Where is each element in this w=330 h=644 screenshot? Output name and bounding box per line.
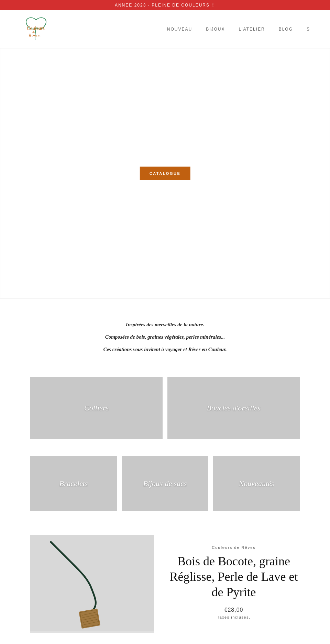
product-section: Couleurs de Rêves Bois de Bocote, graine… [0, 528, 330, 644]
intro-line-3: Ces créations vous invitent à voyager et… [34, 344, 296, 354]
category-boucles-label: Boucles d'oreilles [207, 404, 260, 413]
category-boucles[interactable]: Boucles d'oreilles [167, 377, 300, 439]
category-grid-top: Colliers Boucles d'oreilles [0, 374, 330, 456]
svg-text:Couleurs: Couleurs [27, 25, 45, 31]
svg-text:Rêves: Rêves [29, 33, 41, 38]
product-title: Bois de Bocote, graine Réglisse, Perle d… [168, 554, 300, 600]
catalogue-button[interactable]: CATALOGUE [140, 167, 190, 180]
logo[interactable]: Couleurs de Rêves [21, 14, 52, 45]
nav-blog[interactable]: BLOG [279, 27, 293, 32]
hero-section: CATALOGUE [0, 48, 330, 299]
nav-nouveau[interactable]: NOUVEAU [167, 27, 192, 32]
category-nouveautes-label: Nouveautés [239, 479, 274, 488]
product-tax: Taxes incluses. [168, 615, 300, 619]
intro-section: Inspirées des merveilles de la nature. C… [0, 299, 330, 374]
category-colliers[interactable]: Colliers [30, 377, 163, 439]
nav-bijoux[interactable]: BIJOUX [206, 27, 225, 32]
nav-search[interactable]: S [307, 27, 309, 32]
category-bracelets-label: Bracelets [59, 479, 88, 488]
product-price: €28,00 [168, 607, 300, 613]
nav-latelier[interactable]: L'ATELIER [239, 27, 265, 32]
top-banner: ANNEE 2023 · PLEINE DE COULEURS !! [0, 0, 330, 10]
intro-line-2: Composées de bois, graines végétales, pe… [34, 332, 296, 342]
category-bijoux-sacs[interactable]: Bijoux de sacs [122, 456, 208, 511]
category-nouveautes[interactable]: Nouveautés [213, 456, 300, 511]
main-nav: NOUVEAU BIJOUX L'ATELIER BLOG S [167, 27, 309, 32]
category-bracelets[interactable]: Bracelets [30, 456, 117, 511]
product-info: Couleurs de Rêves Bois de Bocote, graine… [168, 535, 300, 619]
header: Couleurs de Rêves NOUVEAU BIJOUX L'ATELI… [0, 10, 330, 48]
product-image[interactable] [30, 535, 154, 633]
product-image-svg [30, 535, 154, 631]
banner-text: ANNEE 2023 · PLEINE DE COULEURS !! [115, 3, 215, 8]
category-colliers-label: Colliers [84, 404, 109, 413]
category-grid-bottom: Bracelets Bijoux de sacs Nouveautés [0, 456, 330, 528]
category-bijoux-sacs-label: Bijoux de sacs [143, 479, 187, 488]
intro-line-1: Inspirées des merveilles de la nature. [34, 319, 296, 330]
product-brand: Couleurs de Rêves [168, 545, 300, 550]
logo-svg: Couleurs de Rêves [21, 14, 52, 45]
